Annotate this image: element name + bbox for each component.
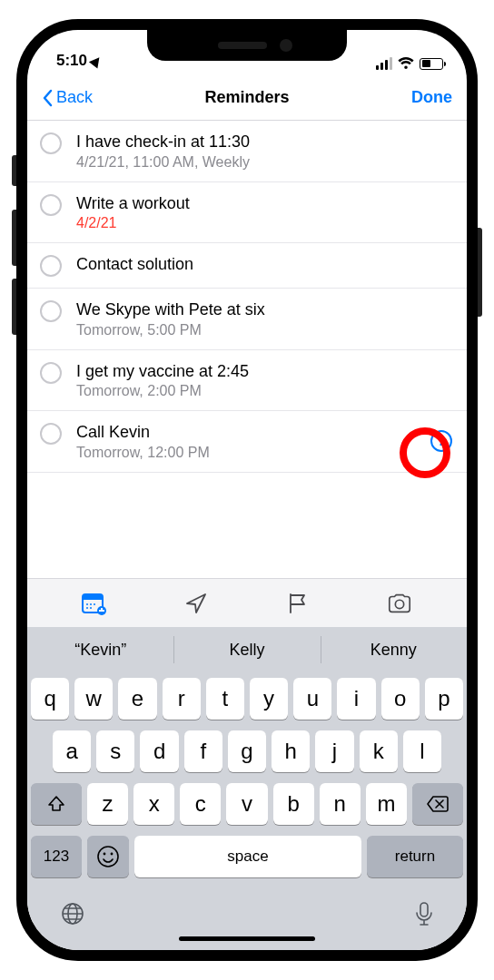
key-backspace[interactable] (412, 783, 463, 825)
reminder-title[interactable]: Contact solution (76, 254, 452, 275)
key-l[interactable]: l (403, 730, 441, 772)
key-w[interactable]: w (74, 678, 113, 720)
quicktype-bar: “Kevin” Kelly Kenny (27, 627, 467, 672)
reminder-title[interactable]: I get my vaccine at 2:45 (76, 361, 452, 382)
svg-point-12 (104, 853, 106, 856)
key-u[interactable]: u (293, 678, 331, 720)
key-shift[interactable] (31, 783, 82, 825)
key-f[interactable]: f (184, 730, 222, 772)
battery-icon (420, 58, 443, 70)
status-time: 5:10 (56, 52, 87, 70)
input-accessory-bar (27, 578, 467, 627)
nav-bar: Back Reminders Done (27, 75, 467, 121)
location-icon[interactable] (183, 591, 209, 616)
complete-circle[interactable] (40, 255, 62, 277)
dictation-icon[interactable] (414, 901, 434, 932)
key-m[interactable]: m (366, 783, 407, 825)
globe-icon[interactable] (60, 901, 85, 930)
key-n[interactable]: n (320, 783, 361, 825)
svg-point-10 (395, 600, 403, 608)
reminder-row[interactable]: We Skype with Pete at sixTomorrow, 5:00 … (27, 289, 467, 350)
back-label: Back (56, 88, 93, 107)
svg-point-11 (98, 847, 118, 867)
reminder-title[interactable]: Write a workout (76, 193, 452, 214)
key-return[interactable]: return (367, 836, 463, 877)
svg-point-9 (90, 607, 92, 609)
annotation-highlight-circle (400, 427, 450, 478)
reminder-row[interactable]: Contact solution (27, 243, 467, 289)
svg-point-8 (86, 607, 88, 609)
key-b[interactable]: b (273, 783, 314, 825)
key-j[interactable]: j (315, 730, 353, 772)
key-r[interactable]: r (163, 678, 201, 720)
reminder-subtitle: 4/21/21, 11:00 AM, Weekly (76, 154, 452, 171)
key-123[interactable]: 123 (31, 836, 82, 877)
key-e[interactable]: e (118, 678, 156, 720)
back-button[interactable]: Back (42, 88, 93, 107)
key-g[interactable]: g (228, 730, 266, 772)
key-z[interactable]: z (87, 783, 128, 825)
reminder-list[interactable]: I have check-in at 11:304/21/21, 11:00 A… (27, 121, 467, 578)
key-t[interactable]: t (206, 678, 244, 720)
home-indicator[interactable] (179, 936, 315, 941)
quicktype-suggestion[interactable]: Kenny (321, 627, 467, 672)
key-y[interactable]: y (250, 678, 288, 720)
svg-point-13 (111, 853, 114, 856)
quicktype-suggestion[interactable]: Kelly (173, 627, 320, 672)
keyboard: qwertyuiop asdfghjkl zxcvbnm 123 space r… (27, 672, 467, 897)
key-s[interactable]: s (96, 730, 134, 772)
reminder-row[interactable]: I get my vaccine at 2:45Tomorrow, 2:00 P… (27, 350, 467, 412)
reminder-subtitle: Tomorrow, 2:00 PM (76, 383, 452, 399)
quicktype-suggestion[interactable]: “Kevin” (27, 627, 173, 672)
reminder-row[interactable]: Write a workout4/2/21 (27, 182, 467, 244)
flag-icon[interactable] (285, 591, 311, 616)
keyboard-bottom-row (27, 897, 467, 950)
key-space[interactable]: space (134, 836, 361, 877)
svg-point-6 (90, 603, 92, 605)
reminder-row[interactable]: I have check-in at 11:304/21/21, 11:00 A… (27, 121, 467, 182)
svg-rect-1 (83, 594, 103, 600)
key-p[interactable]: p (425, 678, 463, 720)
complete-circle[interactable] (40, 362, 62, 384)
key-d[interactable]: d (140, 730, 178, 772)
svg-rect-16 (420, 903, 428, 916)
page-title: Reminders (27, 88, 467, 107)
key-emoji[interactable] (87, 836, 129, 877)
complete-circle[interactable] (40, 132, 62, 154)
svg-point-7 (94, 603, 95, 605)
calendar-icon[interactable] (82, 591, 107, 616)
notch (147, 30, 347, 61)
svg-rect-4 (99, 610, 104, 612)
reminder-subtitle: Tomorrow, 5:00 PM (76, 322, 452, 338)
reminder-title[interactable]: Call Kevin (76, 422, 430, 443)
key-q[interactable]: q (31, 678, 69, 720)
reminder-subtitle: Tomorrow, 12:00 PM (76, 445, 430, 461)
phone-frame: 5:10 Back Reminders Done (16, 19, 478, 961)
complete-circle[interactable] (40, 423, 62, 445)
reminder-subtitle: 4/2/21 (76, 215, 452, 231)
reminder-title[interactable]: I have check-in at 11:30 (76, 132, 452, 152)
cell-signal-icon (376, 57, 392, 70)
key-k[interactable]: k (360, 730, 398, 772)
key-c[interactable]: c (180, 783, 221, 825)
wifi-icon (398, 57, 414, 70)
key-o[interactable]: o (381, 678, 420, 720)
key-a[interactable]: a (53, 730, 91, 772)
key-i[interactable]: i (337, 678, 375, 720)
camera-icon[interactable] (387, 591, 412, 616)
location-icon (89, 54, 104, 68)
complete-circle[interactable] (40, 300, 62, 322)
key-h[interactable]: h (272, 730, 310, 772)
svg-point-5 (86, 603, 88, 605)
key-x[interactable]: x (133, 783, 174, 825)
reminder-title[interactable]: We Skype with Pete at six (76, 299, 452, 320)
complete-circle[interactable] (40, 194, 62, 216)
key-v[interactable]: v (226, 783, 267, 825)
done-button[interactable]: Done (411, 88, 452, 107)
